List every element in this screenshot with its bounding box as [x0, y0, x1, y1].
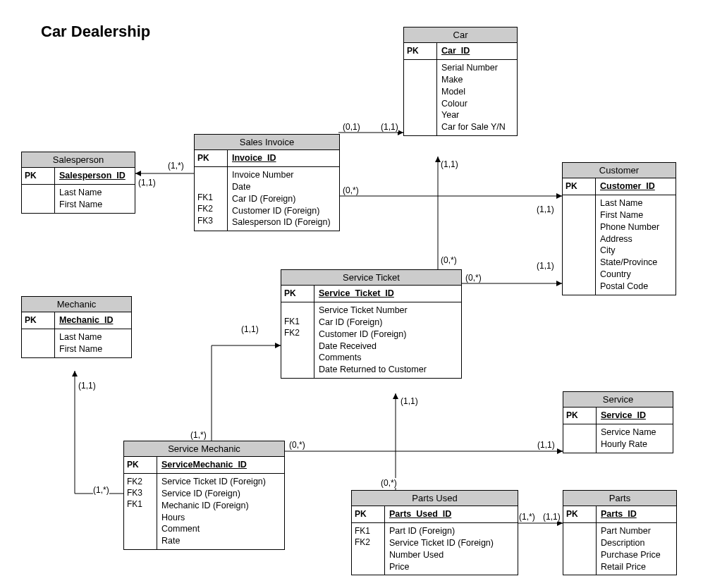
attr: Year [441, 109, 513, 121]
entity-car: Car PKCar_ID Serial Number Make Model Co… [403, 27, 518, 136]
pk-field: Mechanic_ID [55, 312, 131, 329]
attr: Retail Price [601, 561, 672, 573]
attr: Part ID (Foreign) [389, 525, 513, 537]
attr: Part Number [601, 525, 672, 537]
svg-marker-1 [135, 171, 141, 176]
card-label: (1,1) [537, 440, 555, 450]
attr: Colour [441, 98, 513, 110]
entity-service-mechanic: Service Mechanic PKServiceMechanic_ID FK… [123, 441, 285, 550]
entity-header: Parts [563, 491, 676, 506]
attr: Date [232, 181, 335, 193]
card-label: (0,*) [381, 478, 397, 488]
pk-field: ServiceMechanic_ID [157, 457, 284, 473]
card-label: (1,*) [190, 430, 207, 440]
pk-field: Service_Ticket_ID [314, 286, 461, 302]
attr: Hourly Rate [601, 439, 668, 451]
attr: Rate [161, 535, 280, 547]
entity-customer: Customer PKCustomer_ID Last Name First N… [562, 162, 676, 295]
entity-parts-used: Parts Used PKParts_Used_ID FK1 FK2 Part … [351, 490, 518, 575]
entity-header: Parts Used [352, 491, 518, 506]
card-label: (1,1) [241, 324, 259, 334]
attr: Comment [161, 523, 280, 535]
attr: Phone Number [600, 221, 671, 233]
pk-field: Parts_ID [597, 506, 676, 522]
attr: Comments [319, 352, 457, 364]
entity-service: Service PKService_ID Service Name Hourly… [563, 391, 673, 453]
card-label: (0,*) [465, 273, 482, 283]
attr: Car for Sale Y/N [441, 121, 513, 133]
pk-field: Service_ID [597, 408, 673, 424]
entity-header: Customer [563, 163, 676, 178]
entity-mechanic: Mechanic PKMechanic_ID Last Name First N… [21, 296, 132, 358]
card-label: (1,1) [543, 512, 561, 522]
entity-header: Service [563, 392, 673, 408]
card-label: (1,*) [168, 161, 184, 171]
svg-marker-3 [398, 130, 403, 135]
card-label: (1,*) [519, 512, 535, 522]
attr: Postal Code [600, 281, 671, 293]
svg-marker-7 [435, 157, 441, 162]
attr: Country [600, 269, 671, 281]
attr: Price [389, 561, 513, 573]
card-label: (0,*) [289, 440, 305, 450]
svg-marker-9 [556, 281, 562, 286]
entity-salesperson: Salesperson PKSalesperson_ID Last Name F… [21, 152, 135, 214]
attr: Hours [161, 512, 280, 524]
attr: State/Province [600, 257, 671, 269]
attr: First Name [59, 343, 127, 355]
pk-field: Customer_ID [596, 178, 676, 195]
pk-field: Invoice_ID [228, 150, 339, 166]
attr: Number Used [389, 549, 513, 561]
attr: Service Ticket ID (Foreign) [161, 476, 280, 488]
card-label: (0,1) [343, 122, 360, 132]
entity-service-ticket: Service Ticket PKService_Ticket_ID FK1 F… [281, 269, 462, 379]
pk-field: Car_ID [437, 43, 517, 59]
attr: City [600, 245, 671, 257]
svg-marker-15 [72, 371, 78, 376]
attr: First Name [59, 199, 130, 211]
entity-header: Car [404, 27, 517, 43]
entity-header: Salesperson [22, 152, 135, 168]
attr: Service Ticket Number [319, 305, 457, 317]
entity-header: Sales Invoice [195, 135, 339, 150]
attr: Make [441, 74, 513, 86]
attr: Last Name [59, 331, 127, 343]
attr: Service Ticket ID (Foreign) [389, 537, 513, 549]
attr: Description [601, 537, 672, 549]
attr: Serial Number [441, 62, 513, 74]
attr: Last Name [600, 197, 671, 209]
entity-header: Service Mechanic [124, 441, 284, 457]
card-label: (1,1) [78, 381, 96, 391]
attr: Customer ID (Foreign) [319, 329, 457, 341]
card-label: (1,*) [93, 485, 109, 495]
entity-header: Mechanic [22, 297, 131, 312]
attr: Mechanic ID (Foreign) [161, 500, 280, 512]
attr: Invoice Number [232, 169, 335, 181]
attr: Salesperson ID (Foreign) [232, 216, 335, 228]
entity-header: Service Ticket [281, 270, 461, 286]
attr: Date Received [319, 341, 457, 353]
attr: Car ID (Foreign) [319, 317, 457, 329]
attr: Date Returned to Customer [319, 364, 457, 376]
svg-marker-5 [556, 193, 562, 199]
card-label: (0,*) [441, 255, 457, 265]
entity-sales-invoice: Sales Invoice PKInvoice_ID FK1 FK2 FK3 I… [194, 134, 340, 231]
pk-field: Salesperson_ID [55, 168, 135, 184]
card-label: (0,*) [343, 185, 359, 195]
attr: Customer ID (Foreign) [232, 205, 335, 217]
card-label: (1,1) [441, 159, 458, 169]
attr: Address [600, 233, 671, 245]
attr: Last Name [59, 187, 130, 199]
card-label: (1,1) [401, 396, 418, 406]
entity-parts: Parts PKParts_ID Part Number Description… [563, 490, 677, 575]
attr: Service ID (Foreign) [161, 488, 280, 500]
attr: Service Name [601, 427, 668, 439]
card-label: (1,1) [537, 261, 554, 271]
attr: Model [441, 86, 513, 98]
card-label: (1,1) [537, 204, 554, 214]
svg-marker-19 [393, 393, 398, 399]
diagram-title: Car Dealership [41, 23, 150, 41]
attr: Purchase Price [601, 549, 672, 561]
attr: Car ID (Foreign) [232, 193, 335, 205]
svg-marker-12 [275, 343, 281, 348]
